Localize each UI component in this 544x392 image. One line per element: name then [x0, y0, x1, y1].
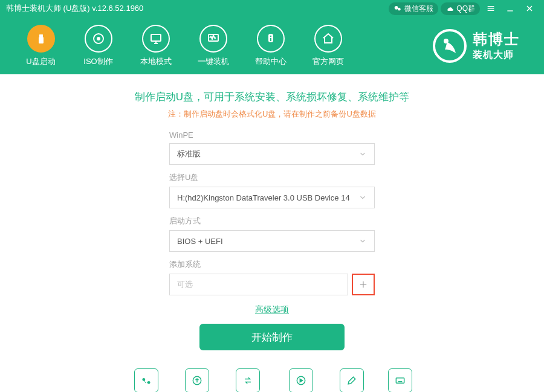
- usb-select[interactable]: H:(hd2)Kingston DataTraveler 3.0 USB Dev…: [169, 187, 375, 208]
- usb-label: 选择U盘: [169, 172, 375, 183]
- nav-usb-boot[interactable]: U盘启动: [12, 25, 70, 67]
- nav-label: 一键装机: [198, 56, 229, 67]
- tools-row: 归还空间 升级PE 格式转换 模拟启动 个性化 快捷键: [0, 368, 544, 392]
- nav-help-center[interactable]: 帮助中心: [242, 25, 299, 67]
- qq-group-button[interactable]: QQ群: [441, 2, 480, 15]
- warning-note: 注：制作启动盘时会格式化U盘，请在制作之前备份U盘数据: [0, 109, 544, 120]
- pulse-icon: [199, 25, 227, 53]
- logo-line-1: 韩博士: [473, 30, 520, 49]
- headline: 制作启动U盘，可用于系统安装、系统损坏修复、系统维护等: [0, 90, 544, 104]
- logo-line-2: 装机大师: [473, 49, 520, 62]
- header: 韩博士装机大师 (U盘版) v.12.6.52.1960 微信客服 QQ群 U盘…: [0, 0, 544, 74]
- nav-bar: U盘启动 ISO制作 本地模式 一键装机 帮助中心 官方网页: [0, 17, 544, 74]
- logo-mark-icon: [433, 29, 467, 63]
- boot-label: 启动方式: [169, 216, 375, 227]
- restore-icon: [134, 368, 158, 392]
- nav-local-mode[interactable]: 本地模式: [127, 25, 184, 67]
- svg-point-0: [395, 6, 398, 10]
- svg-point-1: [398, 8, 401, 11]
- advanced-options-link[interactable]: 高级选项: [255, 304, 289, 314]
- window-title: 韩博士装机大师 (U盘版) v.12.6.52.1960: [6, 3, 389, 14]
- close-button[interactable]: [521, 0, 538, 17]
- boot-mode-select[interactable]: BIOS + UEFI: [169, 230, 375, 252]
- system-label: 添加系统: [169, 259, 375, 270]
- add-system-button[interactable]: [352, 274, 375, 295]
- tool-format-convert[interactable]: 格式转换: [233, 368, 262, 392]
- svg-point-17: [270, 35, 271, 36]
- add-system-select[interactable]: 可选: [169, 274, 348, 295]
- winpe-select[interactable]: 标准版: [169, 143, 375, 165]
- nav-label: U盘启动: [26, 56, 55, 67]
- upgrade-icon: [185, 368, 209, 392]
- play-icon: [289, 368, 313, 392]
- tool-upgrade-pe[interactable]: 升级PE: [185, 368, 209, 392]
- tool-customize[interactable]: 个性化: [340, 368, 364, 392]
- winpe-value: 标准版: [177, 149, 358, 159]
- form: WinPE 标准版 选择U盘 H:(hd2)Kingston DataTrave…: [169, 130, 375, 350]
- home-icon: [314, 25, 342, 53]
- usb-value: H:(hd2)Kingston DataTraveler 3.0 USB Dev…: [177, 193, 358, 202]
- system-placeholder: 可选: [177, 279, 340, 290]
- usb-icon: [27, 25, 55, 53]
- chevron-down-icon: [358, 193, 367, 202]
- info-icon: [257, 25, 285, 53]
- wechat-icon: [393, 4, 402, 13]
- svg-point-11: [97, 37, 100, 40]
- tool-restore-space[interactable]: 归还空间: [132, 368, 161, 392]
- wechat-support-button[interactable]: 微信客服: [389, 2, 438, 15]
- svg-rect-8: [39, 34, 43, 37]
- nav-label: 本地模式: [140, 56, 172, 67]
- minimize-button[interactable]: [502, 0, 519, 17]
- start-create-button[interactable]: 开始制作: [199, 324, 345, 350]
- nav-official-site[interactable]: 官方网页: [299, 25, 357, 67]
- svg-rect-9: [39, 37, 44, 43]
- boot-value: BIOS + UEFI: [177, 237, 358, 246]
- nav-label: ISO制作: [83, 56, 112, 67]
- tool-simulate-boot[interactable]: 模拟启动: [287, 368, 316, 392]
- wechat-label: 微信客服: [404, 4, 433, 14]
- main-content: 制作启动U盘，可用于系统安装、系统损坏修复、系统维护等 注：制作启动盘时会格式化…: [0, 74, 544, 392]
- titlebar-controls: 微信客服 QQ群: [389, 0, 538, 17]
- plus-icon: [358, 279, 369, 290]
- tool-hotkeys[interactable]: 快捷键: [388, 368, 412, 392]
- nav-label: 帮助中心: [255, 56, 287, 67]
- svg-rect-26: [396, 378, 404, 383]
- qq-label: QQ群: [456, 4, 475, 14]
- cloud-icon: [445, 4, 454, 13]
- winpe-label: WinPE: [169, 130, 375, 140]
- disc-icon: [85, 25, 112, 53]
- brush-icon: [340, 368, 364, 392]
- nav-label: 官方网页: [312, 56, 344, 67]
- nav-one-click-install[interactable]: 一键装机: [184, 25, 242, 67]
- chevron-down-icon: [358, 150, 367, 158]
- svg-rect-18: [270, 38, 271, 41]
- chevron-down-icon: [358, 237, 367, 245]
- svg-point-22: [143, 379, 144, 381]
- titlebar: 韩博士装机大师 (U盘版) v.12.6.52.1960 微信客服 QQ群: [0, 0, 544, 17]
- app-window: 韩博士装机大师 (U盘版) v.12.6.52.1960 微信客服 QQ群 U盘…: [0, 0, 544, 392]
- svg-rect-12: [151, 34, 161, 41]
- brand-logo: 韩博士 装机大师: [433, 29, 532, 63]
- keyboard-icon: [388, 368, 412, 392]
- logo-text: 韩博士 装机大师: [473, 30, 520, 62]
- convert-icon: [236, 368, 260, 392]
- monitor-icon: [142, 25, 170, 53]
- menu-button[interactable]: [482, 0, 499, 17]
- advanced-options-row: 高级选项: [169, 304, 375, 315]
- nav-iso-create[interactable]: ISO制作: [70, 25, 127, 67]
